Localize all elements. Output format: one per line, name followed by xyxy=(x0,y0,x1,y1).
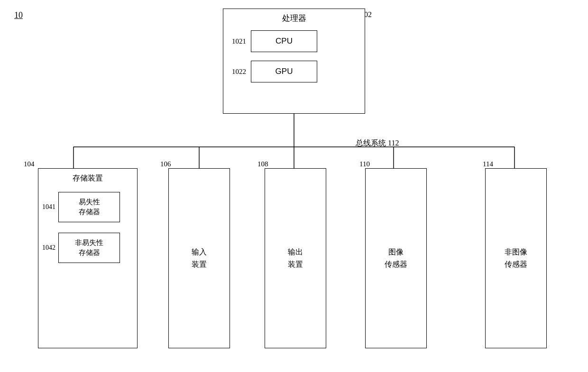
nonvolatile-box: 非易失性 存储器 xyxy=(58,233,120,263)
ref-108: 108 xyxy=(257,160,268,168)
processor-title: 处理器 xyxy=(223,13,365,24)
nonimage-sensor-label: 非图像 传感器 xyxy=(505,246,527,270)
cpu-id: 1021 xyxy=(232,37,246,45)
gpu-id: 1022 xyxy=(232,68,246,76)
cpu-box: CPU xyxy=(251,30,317,52)
nonvolatile-label: 非易失性 存储器 xyxy=(75,238,103,258)
ref-114: 114 xyxy=(483,160,493,168)
diagram: 10 102 处理器 1021 CPU 1022 GPU 总线系统 112 10… xyxy=(0,0,588,372)
cpu-label: CPU xyxy=(276,36,293,46)
volatile-id: 1041 xyxy=(42,203,55,211)
image-sensor-box: 图像 传感器 xyxy=(365,168,427,348)
volatile-label: 易失性 存储器 xyxy=(79,197,100,217)
input-box: 输入 装置 xyxy=(168,168,230,348)
ref-106: 106 xyxy=(160,160,171,168)
nonvolatile-id: 1042 xyxy=(42,244,55,252)
ref-10: 10 xyxy=(14,10,23,20)
output-label: 输出 装置 xyxy=(288,246,303,270)
gpu-box: GPU xyxy=(251,61,317,82)
bus-label: 总线系统 112 xyxy=(356,138,399,148)
volatile-box: 易失性 存储器 xyxy=(58,192,120,222)
ref-104: 104 xyxy=(24,160,35,168)
nonimage-sensor-box: 非图像 传感器 xyxy=(485,168,547,348)
storage-title: 存储装置 xyxy=(38,173,137,183)
output-box: 输出 装置 xyxy=(265,168,326,348)
gpu-label: GPU xyxy=(276,67,293,76)
ref-110: 110 xyxy=(359,160,370,168)
storage-box: 存储装置 1041 易失性 存储器 1042 非易失性 存储器 xyxy=(38,168,138,348)
image-sensor-label: 图像 传感器 xyxy=(385,246,407,270)
processor-box: 处理器 1021 CPU 1022 GPU xyxy=(223,9,365,114)
input-label: 输入 装置 xyxy=(192,246,207,270)
